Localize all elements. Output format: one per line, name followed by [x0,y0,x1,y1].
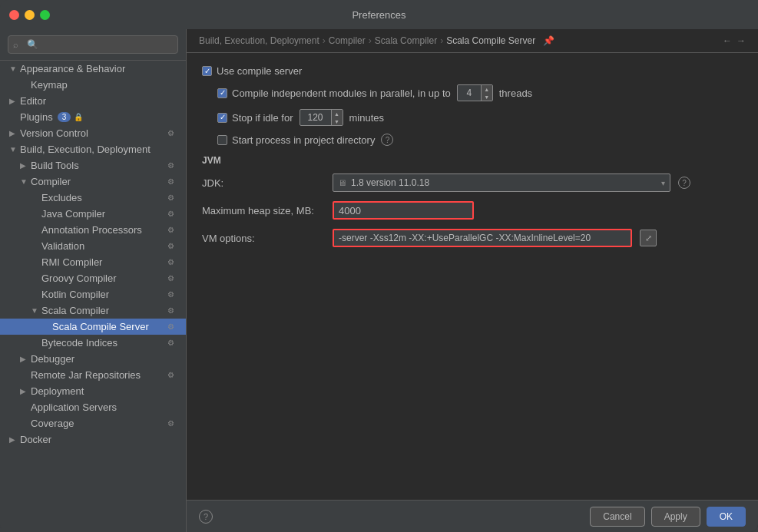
breadcrumb-part-3: Scala Compiler [375,35,437,46]
sidebar-item-app-servers[interactable]: Application Servers [0,399,186,415]
start-process-help-icon[interactable]: ? [381,134,393,146]
jdk-row: JDK: 🖥 1.8 version 11.0.18 ▾ ? [202,173,743,192]
sidebar-item-label: Deployment [31,385,84,397]
back-arrow[interactable]: ← [723,35,732,46]
arrow-icon: ▶ [9,435,18,444]
forward-arrow[interactable]: → [736,35,746,46]
panel-content: ✓ Use compile server ✓ Compile independe… [187,53,758,500]
heap-input[interactable] [333,201,474,220]
arrow-icon: ▶ [9,97,18,105]
parallel-modules-label: Compile independent modules in parallel,… [232,88,451,99]
sidebar-item-scala-compiler[interactable]: ▼ Scala Compiler ⚙ [0,302,186,319]
window-title: Preferences [352,9,405,21]
sidebar-item-build-tools[interactable]: ▶ Build Tools ⚙ [0,157,186,173]
spinner-down-button[interactable]: ▼ [482,93,492,101]
sidebar-item-label: Build Tools [31,160,79,171]
sidebar-item-label: Bytecode Indices [41,337,118,349]
bottom-bar-wrapper: ? Cancel Apply OK [187,500,758,532]
parallel-modules-checkbox[interactable]: ✓ [217,88,227,98]
jdk-icon: 🖥 [338,178,346,187]
check-icon: ✓ [204,68,210,75]
maximize-button[interactable] [40,10,50,20]
sidebar-item-rmi-compiler[interactable]: RMI Compiler ⚙ [0,254,186,270]
jdk-dropdown[interactable]: 🖥 1.8 version 11.0.18 ▾ [333,173,670,192]
compile-server-row: ✓ Use compile server [202,65,743,77]
sidebar-item-version-control[interactable]: ▶ Version Control ⚙ [0,125,186,141]
stop-idle-spinner[interactable]: 120 ▲ ▼ [300,109,343,126]
sidebar-item-label: Coverage [31,418,74,429]
stop-idle-checkbox[interactable]: ✓ [217,113,227,123]
expand-vm-options-button[interactable]: ⤢ [640,230,657,246]
sidebar-scroll: ▼ Appearance & Behavior Keymap ▶ Editor … [0,61,186,532]
sidebar-item-annotation-processors[interactable]: Annotation Processors ⚙ [0,222,186,238]
settings-icon: ⚙ [167,371,178,379]
search-input[interactable] [8,35,178,54]
sidebar-item-debugger[interactable]: ▶ Debugger [0,351,186,367]
stop-idle-value: 120 [300,112,331,123]
sidebar-item-excludes[interactable]: Excludes ⚙ [0,190,186,206]
parallel-modules-checkbox-label[interactable]: ✓ Compile independent modules in paralle… [217,88,451,99]
stop-idle-label: Stop if idle for [232,112,293,124]
sidebar-item-validation[interactable]: Validation ⚙ [0,238,186,254]
spinner-up-button[interactable]: ▲ [332,110,343,117]
sidebar-item-build-exec[interactable]: ▼ Build, Execution, Deployment [0,141,186,157]
spinner-buttons: ▲ ▼ [481,85,492,101]
arrow-icon: ▶ [20,355,29,363]
sidebar-item-kotlin-compiler[interactable]: Kotlin Compiler ⚙ [0,286,186,302]
vm-options-row: VM options: ⤢ [202,229,743,247]
sidebar-item-coverage[interactable]: Coverage ⚙ [0,415,186,431]
ok-button[interactable]: OK [707,507,746,527]
start-process-checkbox[interactable] [217,135,227,145]
start-process-label: Start process in project directory [232,134,375,146]
compile-server-checkbox-label[interactable]: ✓ Use compile server [202,65,302,77]
search-wrapper: ⌕ [8,35,178,54]
spinner-down-button[interactable]: ▼ [332,117,343,125]
sidebar-item-keymap[interactable]: Keymap [0,77,186,93]
breadcrumb-sep-2: › [369,35,372,46]
vm-options-label: VM options: [202,233,325,244]
sidebar: ⌕ ▼ Appearance & Behavior Keymap ▶ [0,29,187,532]
sidebar-item-remote-jar[interactable]: Remote Jar Repositories ⚙ [0,367,186,383]
arrow-icon: ▼ [9,145,18,154]
jdk-label: JDK: [202,177,325,189]
breadcrumb-part-4: Scala Compile Server [446,35,535,46]
sidebar-item-docker[interactable]: ▶ Docker [0,431,186,448]
sidebar-item-bytecode-indices[interactable]: Bytecode Indices ⚙ [0,335,186,351]
pin-icon: 📌 [543,35,554,46]
stop-idle-checkbox-label[interactable]: ✓ Stop if idle for [217,112,293,124]
check-icon: ✓ [220,89,226,97]
sidebar-item-groovy-compiler[interactable]: Groovy Compiler ⚙ [0,270,186,286]
preferences-window: Preferences ⌕ ▼ Appearance & Behavior [0,0,758,532]
search-icon: ⌕ [13,40,18,49]
sidebar-item-java-compiler[interactable]: Java Compiler ⚙ [0,206,186,222]
sidebar-item-scala-compile-server[interactable]: Scala Compile Server ⚙ [0,319,186,335]
jdk-help-icon[interactable]: ? [678,177,690,189]
sidebar-item-label: Scala Compile Server [52,321,149,332]
compile-server-checkbox[interactable]: ✓ [202,66,212,76]
vm-options-input[interactable] [333,229,632,247]
arrow-icon: ▼ [20,177,29,186]
sidebar-item-editor[interactable]: ▶ Editor [0,93,186,109]
dropdown-arrow-icon: ▾ [661,179,665,187]
help-button[interactable]: ? [199,510,213,524]
breadcrumb: Build, Execution, Deployment › Compiler … [187,29,758,53]
settings-icon: ⚙ [167,306,178,315]
lock-icon: 🔒 [74,113,83,121]
sidebar-item-compiler[interactable]: ▼ Compiler ⚙ [0,173,186,190]
start-process-checkbox-label[interactable]: Start process in project directory [217,134,375,146]
spinner-up-button[interactable]: ▲ [482,85,492,93]
sidebar-item-deployment[interactable]: ▶ Deployment [0,383,186,399]
close-button[interactable] [9,10,19,20]
jvm-section-label: JVM [202,155,743,166]
cancel-button[interactable]: Cancel [590,507,644,527]
minimize-button[interactable] [25,10,35,20]
sidebar-item-appearance[interactable]: ▼ Appearance & Behavior [0,61,186,77]
sidebar-item-plugins[interactable]: Plugins 3 🔒 [0,109,186,125]
parallel-threads-spinner[interactable]: 4 ▲ ▼ [457,84,493,101]
sidebar-item-label: Version Control [20,127,88,139]
sidebar-item-label: Kotlin Compiler [41,289,109,300]
check-icon: ✓ [220,114,226,121]
apply-button[interactable]: Apply [651,507,700,527]
jdk-value: 1.8 version 11.0.18 [351,177,661,188]
heap-label: Maximum heap size, MB: [202,205,325,216]
